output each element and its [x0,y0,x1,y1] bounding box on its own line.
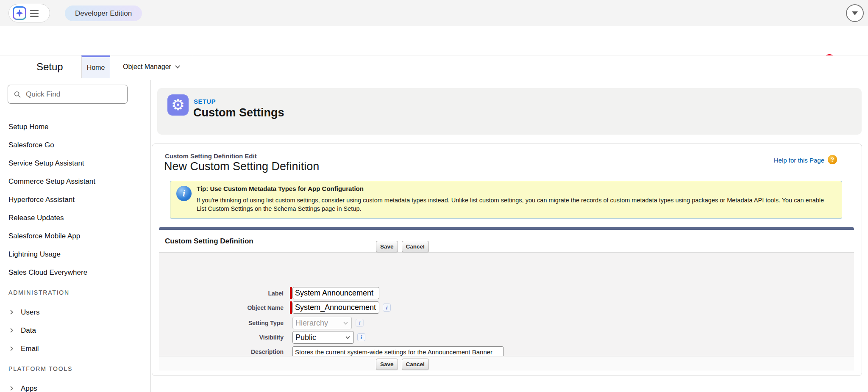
visibility-info-icon[interactable]: i [357,333,365,341]
sidebar-item-lightning-usage[interactable]: Lightning Usage [0,245,150,263]
menu-icon[interactable] [30,10,39,17]
object-name-input[interactable] [292,301,379,314]
quick-find-input[interactable] [26,90,115,99]
utility-top-strip: Developer Edition [0,0,868,26]
quick-find-box [8,85,128,104]
visibility-select[interactable]: Public [292,331,354,344]
cancel-button[interactable]: Cancel [402,241,429,252]
sidebar-item-service-setup-assistant[interactable]: Service Setup Assistant [0,154,150,172]
required-indicator [290,301,292,314]
app-name: Setup [36,55,63,78]
chevron-right-icon [9,346,14,351]
main-content: ⚙ SETUP Custom Settings Custom Setting D… [151,80,868,392]
visibility-field-label: Visibility [159,334,284,341]
salesforce-setup-page: Developer Edition + [0,0,868,392]
document-title: New Custom Setting Definition [164,160,319,173]
breadcrumb: Custom Setting Definition Edit [165,152,257,160]
form-header: Custom Setting Definition Save Cancel [159,230,854,253]
help-for-this-page-link[interactable]: Help for this Page [774,157,824,164]
tip-body: If you're thinking of using list custom … [197,196,833,213]
global-header: + ? ⚙ 2 [0,26,868,55]
form-footer: Save Cancel [159,356,854,371]
sidebar-item-apps[interactable]: Apps [0,379,150,392]
page-title: Custom Settings [193,106,284,119]
search-icon [14,91,21,98]
label-field-label: Label [159,290,284,297]
setting-type-info-icon: i [356,319,364,327]
section-accent-bar [159,227,854,230]
chevron-down-icon [175,65,180,69]
collapse-bar-button[interactable] [846,4,864,22]
content-card: Custom Setting Definition Edit New Custo… [152,144,862,376]
sparkle-icon [13,6,26,20]
page-eyebrow: SETUP [194,98,216,105]
custom-settings-gear-icon: ⚙ [167,94,189,116]
chevron-down-icon [345,336,350,339]
save-button[interactable]: Save [376,241,398,252]
page-header-card: ⚙ SETUP Custom Settings [157,88,862,135]
description-field-label: Description [159,348,284,355]
setting-type-select: Hierarchy [292,317,352,329]
agent-launcher-pill[interactable] [8,4,50,22]
setting-type-field-label: Setting Type [159,320,284,326]
form-body: Label Object Name i Setting Type Hierarc… [159,253,854,356]
sidebar-item-release-updates[interactable]: Release Updates [0,209,150,227]
tab-home[interactable]: Home [81,55,110,78]
edition-badge-label: Developer Edition [75,9,132,18]
info-icon: i [176,186,192,201]
tab-object-manager[interactable]: Object Manager [110,55,193,78]
sidebar-item-hyperforce-assistant[interactable]: Hyperforce Assistant [0,190,150,209]
edition-badge: Developer Edition [65,6,142,21]
sidebar-item-salesforce-go[interactable]: Salesforce Go [0,136,150,154]
sidebar-item-users[interactable]: Users [0,303,150,321]
object-name-field-label: Object Name [159,304,284,311]
chevron-right-icon [9,328,14,333]
sidebar-item-setup-home[interactable]: Setup Home [0,118,150,136]
tip-title: Tip: Use Custom Metadata Types for App C… [197,185,364,192]
save-button[interactable]: Save [376,359,398,370]
required-indicator [290,287,292,299]
cancel-button[interactable]: Cancel [402,359,429,370]
chevron-down-icon [343,322,348,325]
chevron-right-icon [9,386,14,391]
help-question-icon[interactable]: ? [828,155,837,164]
custom-setting-form: Custom Setting Definition Save Cancel La… [159,227,854,371]
setup-sidebar: Setup Home Salesforce Go Service Setup A… [0,80,151,392]
chevron-right-icon [9,310,14,315]
tip-banner: i Tip: Use Custom Metadata Types for App… [170,181,842,219]
form-section-title: Custom Setting Definition [165,230,253,253]
setup-nav-bar: Setup Home Object Manager [0,55,868,78]
sidebar-item-sales-cloud-everywhere[interactable]: Sales Cloud Everywhere [0,263,150,282]
sidebar-item-data[interactable]: Data [0,321,150,340]
sidebar-section-administration: ADMINISTRATION [0,287,150,298]
sidebar-section-platform-tools: PLATFORM TOOLS [0,364,150,374]
sidebar-item-salesforce-mobile-app[interactable]: Salesforce Mobile App [0,227,150,245]
chevron-down-icon [852,11,858,15]
label-input[interactable] [292,287,379,299]
object-name-info-icon[interactable]: i [383,304,391,312]
sidebar-item-commerce-setup-assistant[interactable]: Commerce Setup Assistant [0,172,150,190]
sidebar-item-email[interactable]: Email [0,340,150,358]
